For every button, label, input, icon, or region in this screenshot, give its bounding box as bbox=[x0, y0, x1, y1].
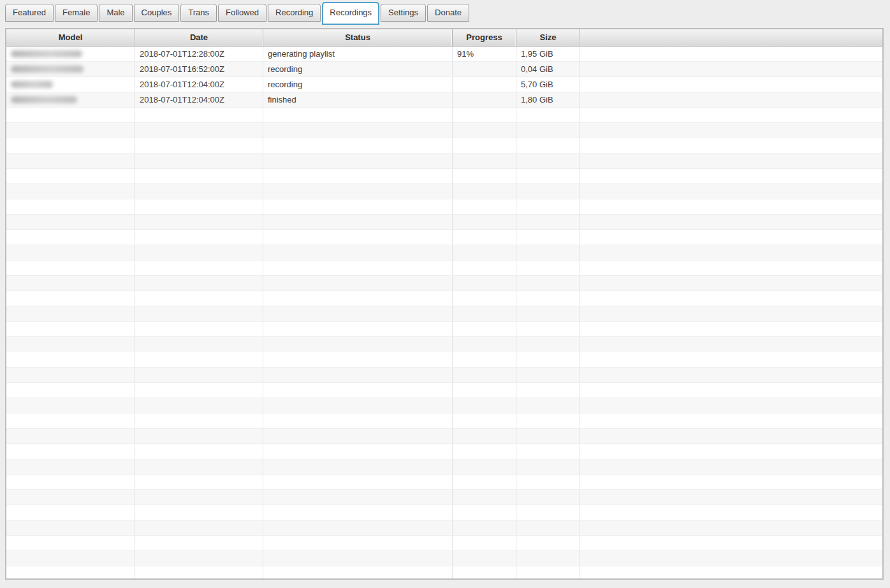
cell-progress bbox=[453, 138, 516, 153]
tab-recording[interactable]: Recording bbox=[268, 4, 321, 22]
cell-date bbox=[135, 291, 263, 306]
cell-progress bbox=[453, 184, 516, 199]
table-row-empty[interactable] bbox=[6, 108, 882, 123]
table-row-empty[interactable] bbox=[6, 337, 882, 352]
cell-model bbox=[6, 169, 135, 183]
tab-bar: FeaturedFemaleMaleCouplesTransFollowedRe… bbox=[5, 0, 890, 25]
cell-size bbox=[516, 169, 580, 183]
cell-filler bbox=[580, 77, 882, 92]
cell-model bbox=[6, 261, 135, 275]
cell-filler bbox=[580, 520, 882, 535]
table-row-empty[interactable] bbox=[6, 123, 882, 138]
table-row-empty[interactable] bbox=[6, 230, 882, 245]
cell-size: 0,04 GiB bbox=[516, 62, 580, 76]
table-row-empty[interactable] bbox=[6, 306, 882, 322]
cell-status bbox=[263, 306, 453, 321]
tab-settings[interactable]: Settings bbox=[381, 4, 426, 22]
cell-model bbox=[6, 429, 135, 443]
table-row-empty[interactable] bbox=[6, 138, 882, 154]
table-row-empty[interactable] bbox=[6, 154, 882, 169]
table-row-empty[interactable] bbox=[6, 215, 882, 230]
table-row-empty[interactable] bbox=[6, 536, 882, 551]
table-row-empty[interactable] bbox=[6, 429, 882, 444]
cell-progress bbox=[453, 429, 516, 443]
cell-filler bbox=[580, 444, 882, 459]
tab-trans[interactable]: Trans bbox=[180, 4, 217, 22]
cell-filler bbox=[580, 475, 882, 489]
cell-progress bbox=[453, 169, 516, 183]
table-row-empty[interactable] bbox=[6, 352, 882, 368]
cell-model bbox=[6, 444, 135, 459]
column-header-status[interactable]: Status bbox=[263, 29, 453, 46]
cell-model bbox=[6, 123, 135, 138]
cell-progress: 91% bbox=[453, 47, 516, 61]
cell-date: 2018-07-01T12:04:00Z bbox=[135, 92, 263, 107]
cell-status bbox=[263, 352, 453, 367]
table-row-empty[interactable] bbox=[6, 490, 882, 505]
cell-size bbox=[516, 245, 580, 260]
table-row-empty[interactable] bbox=[6, 459, 882, 475]
table-row-empty[interactable] bbox=[6, 184, 882, 199]
cell-progress bbox=[453, 368, 516, 382]
table-row-empty[interactable] bbox=[6, 291, 882, 306]
column-header-date[interactable]: Date bbox=[135, 29, 263, 46]
table-row-empty[interactable] bbox=[6, 551, 882, 566]
table-row-empty[interactable] bbox=[6, 261, 882, 276]
cell-status bbox=[263, 230, 453, 245]
table-row-empty[interactable] bbox=[6, 566, 882, 580]
column-header-model[interactable]: Model bbox=[6, 29, 135, 46]
table-row-empty[interactable] bbox=[6, 444, 882, 459]
table-row-empty[interactable] bbox=[6, 505, 882, 520]
cell-filler bbox=[580, 337, 882, 352]
tab-featured[interactable]: Featured bbox=[5, 4, 54, 22]
cell-date bbox=[135, 276, 263, 290]
cell-filler bbox=[580, 108, 882, 122]
cell-status bbox=[263, 123, 453, 138]
cell-size bbox=[516, 475, 580, 489]
cell-size bbox=[516, 429, 580, 443]
table-row-empty[interactable] bbox=[6, 520, 882, 536]
table-row-empty[interactable] bbox=[6, 199, 882, 215]
tab-female[interactable]: Female bbox=[55, 4, 98, 22]
column-header-size[interactable]: Size bbox=[516, 29, 580, 46]
cell-filler bbox=[580, 429, 882, 443]
cell-filler bbox=[580, 276, 882, 290]
cell-status bbox=[263, 429, 453, 443]
tab-couples[interactable]: Couples bbox=[134, 4, 180, 22]
cell-filler bbox=[580, 459, 882, 474]
cell-progress bbox=[453, 566, 516, 580]
table-row-empty[interactable] bbox=[6, 413, 882, 429]
cell-model bbox=[6, 47, 135, 61]
cell-date bbox=[135, 108, 263, 122]
tab-donate[interactable]: Donate bbox=[427, 4, 469, 22]
table-row-empty[interactable] bbox=[6, 398, 882, 413]
table-row-empty[interactable] bbox=[6, 276, 882, 291]
cell-filler bbox=[580, 138, 882, 153]
tab-recordings[interactable]: Recordings bbox=[322, 2, 379, 25]
cell-model bbox=[6, 291, 135, 306]
cell-model bbox=[6, 459, 135, 474]
column-header-progress[interactable]: Progress bbox=[453, 29, 516, 46]
cell-size bbox=[516, 291, 580, 306]
tab-male[interactable]: Male bbox=[99, 4, 132, 22]
table-row-empty[interactable] bbox=[6, 322, 882, 337]
cell-date bbox=[135, 490, 263, 505]
table-row-empty[interactable] bbox=[6, 475, 882, 490]
cell-progress bbox=[453, 322, 516, 336]
cell-filler bbox=[580, 322, 882, 336]
cell-date bbox=[135, 368, 263, 382]
table-row-empty[interactable] bbox=[6, 368, 882, 383]
cell-filler bbox=[580, 413, 882, 428]
table-row[interactable]: 2018-07-01T16:52:00Zrecording0,04 GiB bbox=[6, 62, 882, 77]
table-row-empty[interactable] bbox=[6, 383, 882, 398]
tab-followed[interactable]: Followed bbox=[218, 4, 266, 22]
cell-size bbox=[516, 520, 580, 535]
table-row[interactable]: 2018-07-01T12:04:00Zrecording5,70 GiB bbox=[6, 77, 882, 92]
table-row[interactable]: 2018-07-01T12:04:00Zfinished1,80 GiB bbox=[6, 92, 882, 108]
table-row-empty[interactable] bbox=[6, 169, 882, 184]
cell-status bbox=[263, 413, 453, 428]
table-row[interactable]: 2018-07-01T12:28:00Zgenerating playlist9… bbox=[6, 47, 882, 62]
table-row-empty[interactable] bbox=[6, 245, 882, 261]
cell-model bbox=[6, 566, 135, 580]
cell-date bbox=[135, 383, 263, 398]
